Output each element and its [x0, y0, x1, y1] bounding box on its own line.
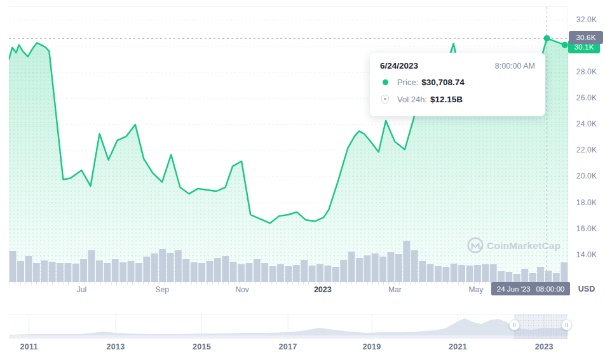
tooltip-price-row: Price: $30,708.74: [380, 78, 535, 87]
price-chart-widget: CoinMarketCap 32.0K30.0K28.0K26.0K24.0K2…: [0, 0, 605, 364]
x-tick-Nov: Nov: [235, 285, 248, 294]
y-tick-26.0K: 26.0K: [569, 93, 604, 102]
tooltip-date: 6/24/2023: [380, 61, 418, 71]
x-axis: JulSepNov2023MarMay: [9, 285, 568, 297]
y-tick-32.0K: 32.0K: [569, 15, 604, 24]
crosshair-time: 08:00:00: [536, 285, 564, 293]
nav-year-2013: 2013: [107, 342, 125, 351]
x-tick-May: May: [469, 285, 484, 294]
last-price-dot: [562, 42, 568, 48]
tooltip-time: 8:00:00 AM: [495, 62, 535, 71]
y-tick-16.0K: 16.0K: [569, 224, 604, 233]
tooltip-volume-row: Vol 24h: $12.15B: [380, 94, 535, 104]
navigator-right-handle[interactable]: [561, 320, 572, 330]
x-axis-tick-strip: [10, 282, 568, 285]
x-tick-Mar: Mar: [388, 285, 402, 294]
y-tick-28.0K: 28.0K: [569, 67, 604, 76]
navigator-canvas[interactable]: [9, 314, 568, 339]
hover-tooltip: 6/24/2023 8:00:00 AM Price: $30,708.74 V…: [370, 53, 545, 116]
x-tick-2023: 2023: [314, 285, 332, 294]
y-tick-24.0K: 24.0K: [569, 119, 604, 128]
navigator-left-handle[interactable]: [509, 320, 520, 330]
y-tick-20.0K: 20.0K: [569, 172, 604, 180]
nav-year-2019: 2019: [363, 342, 381, 351]
tooltip-price-value: $30,708.74: [421, 78, 465, 87]
price-dot-icon: [380, 79, 390, 85]
crosshair-date-badge: 24 Jun '23 08:00:00: [491, 282, 570, 295]
currency-label: USD: [571, 285, 602, 293]
crosshair-dot: [544, 35, 550, 41]
crosshair-price-badge: 30.6K: [569, 31, 603, 44]
crosshair-date: 24 Jun '23: [497, 285, 531, 293]
timeline-navigator[interactable]: [9, 314, 568, 339]
x-tick-Sep: Sep: [156, 285, 169, 294]
nav-year-2011: 2011: [20, 342, 38, 351]
price-chart-canvas[interactable]: CoinMarketCap: [9, 7, 568, 283]
nav-year-2015: 2015: [193, 342, 211, 351]
tooltip-volume-value: $12.15B: [430, 95, 463, 104]
y-tick-14.0K: 14.0K: [569, 250, 604, 259]
y-tick-18.0K: 18.0K: [569, 198, 604, 207]
volume-shield-icon: [380, 94, 390, 104]
y-tick-22.0K: 22.0K: [569, 145, 604, 154]
nav-year-2021: 2021: [449, 342, 467, 351]
nav-year-2023: 2023: [535, 342, 554, 351]
svg-text:CoinMarketCap: CoinMarketCap: [487, 240, 561, 251]
tooltip-price-label: Price:: [397, 78, 418, 87]
tooltip-volume-label: Vol 24h:: [397, 95, 427, 104]
nav-year-2017: 2017: [279, 342, 297, 351]
main-chart-plot[interactable]: CoinMarketCap: [9, 6, 568, 282]
x-tick-Jul: Jul: [77, 285, 86, 294]
navigator-year-axis: 2011201320152017201920212023: [9, 342, 568, 353]
